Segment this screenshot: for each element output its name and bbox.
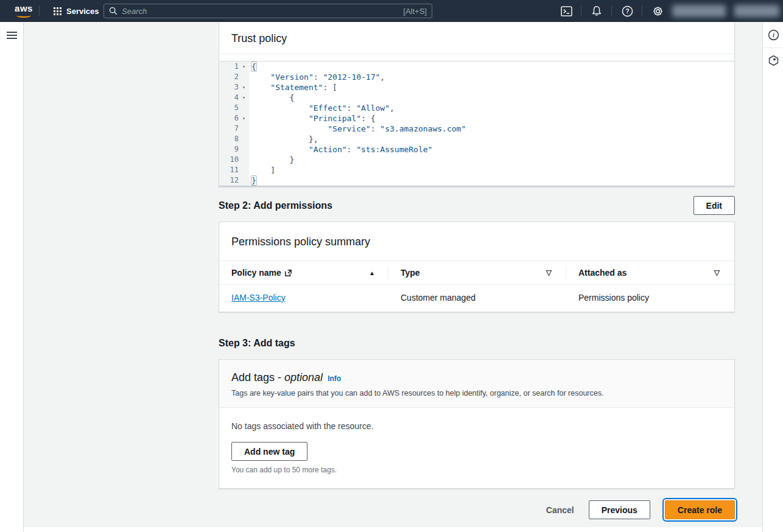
permissions-table-body: IAM-S3-PolicyCustomer managedPermissions… bbox=[219, 285, 734, 310]
previous-button[interactable]: Previous bbox=[589, 500, 650, 519]
hexagon-resource-icon bbox=[768, 55, 779, 66]
help-icon: ? bbox=[622, 5, 633, 17]
optional-label: optional bbox=[284, 371, 323, 383]
nav-divider bbox=[39, 5, 40, 16]
tags-remaining-hint: You can add up to 50 more tags. bbox=[231, 466, 722, 474]
step3-title: Step 3: Add tags bbox=[219, 338, 295, 349]
line-number: 6 bbox=[219, 113, 239, 124]
top-navigation-bar: aws Services [Alt+S] bbox=[0, 0, 783, 22]
notifications-button[interactable] bbox=[589, 4, 604, 18]
code-line: 4▾ { bbox=[219, 93, 734, 103]
aws-logo-text: aws bbox=[13, 4, 34, 13]
line-number: 8 bbox=[219, 134, 239, 144]
filter-triangle-icon[interactable]: ▽ bbox=[714, 268, 722, 277]
table-row: IAM-S3-PolicyCustomer managedPermissions… bbox=[219, 285, 734, 310]
permissions-summary-title: Permissions policy summary bbox=[231, 236, 370, 248]
code-line: 5 "Effect": "Allow", bbox=[219, 103, 734, 113]
page-bottom-band bbox=[24, 527, 762, 532]
line-number: 3 bbox=[219, 82, 239, 93]
redacted-region-menu[interactable] bbox=[672, 5, 726, 17]
code-line: 9 "Action": "sts:AssumeRole" bbox=[219, 144, 734, 155]
services-grid-icon bbox=[54, 7, 61, 15]
svg-text:?: ? bbox=[625, 8, 629, 15]
code-line: 8 }, bbox=[219, 134, 734, 144]
code-line: 2 "Version": "2012-10-17", bbox=[219, 72, 734, 82]
page: aws Services [Alt+S] bbox=[0, 0, 783, 532]
wizard-footer-actions: Cancel Previous Create role bbox=[219, 500, 735, 519]
external-link-icon bbox=[284, 269, 292, 277]
code-line: 3▾ "Statement": [ bbox=[219, 82, 734, 93]
code-line: 1▾{ bbox=[219, 61, 734, 72]
right-tools-rail: i bbox=[762, 23, 783, 532]
column-header-attached-as[interactable]: Attached as ▽ bbox=[566, 261, 734, 284]
info-icon: i bbox=[768, 29, 779, 41]
aws-smile-icon bbox=[16, 13, 31, 18]
add-tags-title: Add tags - optional bbox=[231, 371, 323, 384]
add-tags-card: Add tags - optional Info Tags are key-va… bbox=[219, 359, 735, 489]
code-line: 10 } bbox=[219, 155, 734, 165]
search-shortcut: [Alt+S] bbox=[403, 7, 427, 16]
add-tags-header: Add tags - optional Info Tags are key-va… bbox=[219, 360, 734, 408]
code-line: 6▾ "Principal": { bbox=[219, 113, 734, 124]
step3-header-row: Step 3: Add tags bbox=[219, 334, 735, 352]
help-button[interactable]: ? bbox=[620, 4, 634, 18]
services-label: Services bbox=[66, 7, 99, 16]
line-number: 10 bbox=[219, 155, 239, 165]
code-fold-icon[interactable]: ▾ bbox=[239, 93, 249, 103]
step2-header-row: Step 2: Add permissions Edit bbox=[219, 196, 735, 215]
line-number: 9 bbox=[219, 144, 239, 155]
line-number: 1 bbox=[219, 61, 239, 72]
edit-permissions-button[interactable]: Edit bbox=[693, 196, 735, 215]
resources-panel-button[interactable] bbox=[763, 48, 783, 73]
global-search[interactable]: [Alt+S] bbox=[104, 4, 432, 18]
trust-policy-card: Trust policy 1▾{2 "Version": "2012-10-17… bbox=[219, 23, 735, 187]
line-number: 2 bbox=[219, 72, 239, 82]
code-fold-icon[interactable]: ▾ bbox=[239, 113, 249, 124]
nav-divider bbox=[642, 5, 642, 16]
line-number: 5 bbox=[219, 103, 239, 113]
attached-as-cell: Permissions policy bbox=[566, 293, 734, 303]
redacted-account-menu[interactable] bbox=[734, 5, 779, 17]
nav-divider bbox=[611, 5, 612, 16]
nav-divider bbox=[581, 5, 581, 16]
trust-policy-code-editor[interactable]: 1▾{2 "Version": "2012-10-17",3▾ "Stateme… bbox=[219, 61, 734, 186]
settings-gear-icon bbox=[652, 5, 664, 17]
line-number: 11 bbox=[219, 165, 239, 175]
search-icon bbox=[109, 7, 118, 15]
sort-ascending-icon[interactable]: ▲ bbox=[369, 270, 376, 276]
line-number: 4 bbox=[219, 93, 239, 103]
cloudshell-button[interactable] bbox=[559, 4, 574, 18]
trust-policy-title: Trust policy bbox=[231, 32, 287, 44]
settings-button[interactable] bbox=[650, 4, 665, 18]
column-header-type[interactable]: Type ▽ bbox=[388, 261, 566, 284]
code-line: 12} bbox=[219, 175, 734, 186]
svg-text:i: i bbox=[773, 32, 774, 38]
info-panel-button[interactable]: i bbox=[763, 23, 783, 47]
add-tags-description: Tags are key-value pairs that you can ad… bbox=[231, 389, 722, 397]
filter-triangle-icon[interactable]: ▽ bbox=[546, 268, 554, 277]
code-fold-icon[interactable]: ▾ bbox=[239, 61, 249, 72]
search-input[interactable] bbox=[122, 7, 403, 16]
no-tags-text: No tags associated with the resource. bbox=[231, 421, 722, 431]
permissions-table-header: Policy name ▲ Type ▽ Attached as ▽ bbox=[219, 261, 734, 285]
menu-hamburger-icon[interactable] bbox=[7, 32, 17, 40]
policy-type-cell: Customer managed bbox=[388, 293, 566, 303]
cloudshell-icon bbox=[561, 6, 572, 16]
policy-name-link[interactable]: IAM-S3-Policy bbox=[231, 293, 286, 303]
code-line: 7 "Service": "s3.amazonaws.com" bbox=[219, 124, 734, 134]
line-number: 12 bbox=[219, 175, 239, 186]
code-fold-icon[interactable]: ▾ bbox=[239, 82, 249, 93]
step2-title: Step 2: Add permissions bbox=[219, 200, 332, 211]
info-link[interactable]: Info bbox=[328, 374, 341, 383]
cancel-button[interactable]: Cancel bbox=[546, 505, 574, 515]
add-new-tag-button[interactable]: Add new tag bbox=[231, 442, 307, 461]
column-header-policy-name[interactable]: Policy name ▲ bbox=[219, 261, 388, 284]
create-role-button[interactable]: Create role bbox=[665, 500, 735, 519]
aws-logo[interactable]: aws bbox=[13, 4, 34, 18]
line-number: 7 bbox=[219, 124, 239, 134]
notifications-bell-icon bbox=[591, 5, 602, 16]
permissions-summary-card: Permissions policy summary Policy name ▲… bbox=[219, 222, 735, 312]
code-lines: 1▾{2 "Version": "2012-10-17",3▾ "Stateme… bbox=[219, 61, 734, 186]
left-sidebar-collapsed bbox=[0, 23, 24, 532]
services-menu-button[interactable]: Services bbox=[47, 0, 105, 22]
